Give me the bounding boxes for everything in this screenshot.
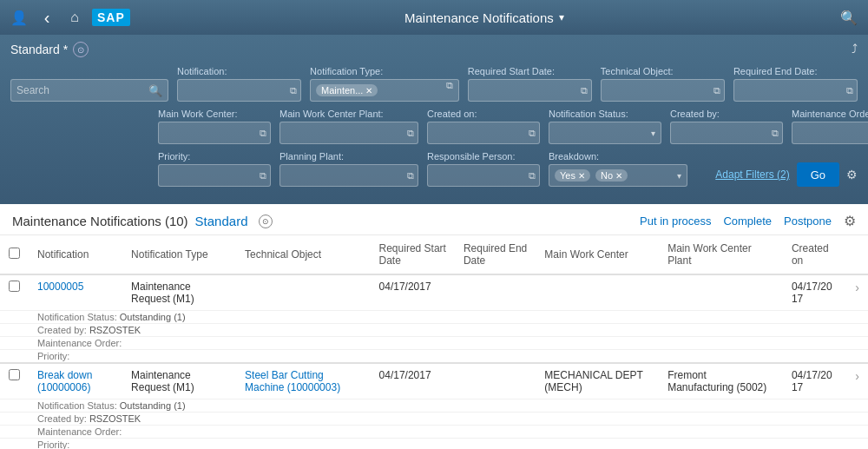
row2-notification-link[interactable]: Break down (10000006) (37, 369, 92, 393)
notification-type-input[interactable]: Mainten... ✕ ⧉ (310, 79, 459, 102)
row1-chevron[interactable]: › (846, 274, 868, 311)
breakdown-no-tag: No ✕ (595, 169, 628, 182)
maintenance-order-input[interactable]: ⧉ (792, 122, 868, 144)
home-icon[interactable]: ⌂ (64, 7, 85, 28)
th-chevron (846, 235, 868, 274)
nav-dropdown-icon[interactable]: ▾ (559, 11, 564, 23)
row1-detail-mo-label: Maintenance Order: (37, 338, 122, 348)
created-by-field[interactable] (676, 127, 777, 139)
created-by-copy-icon[interactable]: ⧉ (772, 128, 779, 139)
notification-field[interactable] (183, 84, 295, 96)
main-work-center-group: Main Work Center: ⧉ (158, 109, 271, 144)
created-on-label: Created on: (427, 109, 540, 119)
notification-status-select[interactable]: ▾ (549, 122, 661, 144)
main-work-center-input[interactable]: ⧉ (158, 122, 271, 144)
breakdown-no-remove[interactable]: ✕ (615, 171, 622, 181)
notification-copy-icon[interactable]: ⧉ (290, 85, 297, 96)
breakdown-select[interactable]: Yes ✕ No ✕ ▾ (549, 164, 687, 187)
created-on-input[interactable]: ⧉ (427, 122, 540, 144)
priority-input[interactable]: ⧉ (158, 164, 271, 187)
main-work-center-plant-label: Main Work Center Plant: (279, 109, 418, 119)
filter-row-3-right: Adapt Filters (2) Go ⚙ (715, 162, 858, 187)
main-work-center-field[interactable] (164, 127, 265, 139)
main-work-center-copy-icon[interactable]: ⧉ (260, 128, 266, 139)
priority-copy-icon[interactable]: ⧉ (260, 170, 266, 182)
planning-plant-copy-icon[interactable]: ⧉ (407, 170, 414, 182)
go-button[interactable]: Go (797, 162, 839, 187)
adapt-filters-link[interactable]: Adapt Filters (2) (715, 168, 789, 181)
row1-detail-notification-status: Notification Status: Outstanding (1) (0, 311, 868, 324)
table-settings-icon[interactable]: ⚙ (844, 213, 856, 229)
responsible-person-field[interactable] (433, 169, 534, 182)
required-start-date-input[interactable]: ⧉ (468, 79, 592, 102)
search-icon[interactable]: 🔍 (147, 84, 164, 97)
standard-label[interactable]: Standard (195, 214, 248, 228)
notification-group: Notification: ⧉ (177, 66, 301, 102)
planning-plant-group: Planning Plant: ⧉ (279, 151, 418, 187)
filter-panel-header: Standard * ⊙ (10, 42, 858, 57)
back-icon[interactable]: ‹ (36, 7, 57, 28)
required-end-date-input[interactable]: ⧉ (733, 79, 858, 102)
nav-search-icon[interactable]: 🔍 (838, 7, 859, 28)
maintenance-order-field[interactable] (798, 127, 868, 139)
row2-chevron[interactable]: › (846, 363, 868, 399)
breakdown-yes-remove[interactable]: ✕ (578, 171, 585, 181)
row2-main-work-center-plant: Fremont Manufacturing (5002) (659, 363, 783, 399)
planning-plant-field[interactable] (286, 169, 412, 182)
table-title-text: Maintenance Notifications (10) (12, 214, 188, 228)
row2-notification: Break down (10000006) (29, 363, 122, 399)
responsible-person-copy-icon[interactable]: ⧉ (529, 170, 536, 182)
notification-type-copy-icon[interactable]: ⧉ (446, 79, 453, 90)
planning-plant-input[interactable]: ⧉ (279, 164, 418, 187)
row2-checkbox[interactable] (9, 369, 20, 380)
row2-technical-object-link[interactable]: Steel Bar Cutting Machine (10000003) (245, 369, 340, 393)
row1-checkbox[interactable] (9, 281, 20, 292)
notification-input[interactable]: ⧉ (177, 79, 301, 102)
user-icon[interactable]: 👤 (9, 7, 30, 28)
row2-detail-mo-cell: Maintenance Order: (29, 426, 868, 439)
th-checkbox (0, 235, 29, 274)
responsible-person-input[interactable]: ⧉ (427, 164, 540, 187)
main-work-center-plant-field[interactable] (286, 127, 412, 139)
table-section: Maintenance Notifications (10) Standard … (0, 204, 868, 449)
put-in-process-button[interactable]: Put in process (640, 215, 711, 228)
technical-object-copy-icon[interactable]: ⧉ (713, 85, 720, 96)
th-required-start-date: Required StartDate (371, 235, 455, 274)
select-all-checkbox[interactable] (9, 248, 20, 259)
maintenance-order-group: Maintenance Order: ⧉ (792, 109, 868, 144)
search-input-wrap[interactable]: 🔍 (10, 79, 168, 102)
standard-collapse-icon[interactable]: ⊙ (259, 215, 273, 228)
row2-detail-ns-value: Outstanding (1) (120, 400, 186, 411)
notification-type-tag-remove[interactable]: ✕ (365, 86, 372, 96)
created-on-field[interactable] (433, 127, 534, 139)
notification-label: Notification: (177, 66, 301, 76)
search-input[interactable] (16, 84, 147, 96)
row1-detail-priority-label: Priority: (37, 351, 69, 361)
required-end-date-copy-icon[interactable]: ⧉ (846, 85, 853, 96)
required-start-date-label: Required Start Date: (468, 66, 592, 76)
notification-type-tag-text: Mainten... (321, 85, 363, 96)
th-main-work-center: Main Work Center (536, 235, 659, 274)
row1-notification-link[interactable]: 10000005 (37, 281, 83, 293)
main-work-center-plant-copy-icon[interactable]: ⧉ (407, 128, 414, 139)
priority-label: Priority: (158, 151, 271, 162)
main-work-center-plant-input[interactable]: ⧉ (279, 122, 418, 144)
share-icon[interactable]: ⤴ (852, 42, 858, 56)
required-end-date-field[interactable] (740, 84, 852, 96)
filter-collapse-icon[interactable]: ⊙ (73, 42, 89, 57)
required-start-date-copy-icon[interactable]: ⧉ (581, 85, 588, 96)
row1-technical-object (236, 274, 370, 311)
technical-object-input[interactable]: ⧉ (601, 79, 725, 102)
technical-object-field[interactable] (607, 84, 719, 96)
postpone-button[interactable]: Postpone (784, 215, 832, 228)
required-start-date-field[interactable] (474, 84, 586, 96)
row2-detail-cb-label: Created by: (37, 413, 89, 424)
row2-detail-maintenance-order: Maintenance Order: (0, 426, 868, 439)
created-by-input[interactable]: ⧉ (670, 122, 783, 144)
created-on-copy-icon[interactable]: ⧉ (529, 128, 536, 139)
complete-button[interactable]: Complete (723, 215, 772, 228)
priority-field[interactable] (164, 169, 265, 182)
filter-settings-icon[interactable]: ⚙ (846, 168, 858, 182)
filter-row-1: 🔍 Notification: ⧉ Notification Type: Mai… (10, 66, 858, 102)
filter-row-3: Priority: ⧉ Planning Plant: ⧉ Responsibl… (10, 151, 858, 187)
